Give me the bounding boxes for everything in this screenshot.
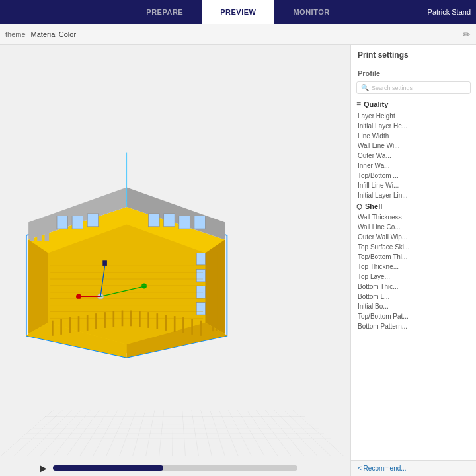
setting-outer-wall[interactable]: Outer Wa...: [351, 151, 476, 161]
svg-rect-52: [102, 260, 107, 266]
svg-rect-12: [149, 214, 160, 227]
svg-rect-9: [57, 216, 68, 229]
nav-tab-prepare[interactable]: PREPARE: [128, 0, 202, 24]
nav-tab-preview[interactable]: PREVIEW: [202, 0, 274, 24]
breadcrumb-bar: theme Material Color ✏: [0, 24, 476, 45]
panel-header: Print settings: [351, 45, 476, 65]
top-nav: PREPARE PREVIEW MONITOR Patrick Stand: [0, 0, 476, 24]
quality-label: Quality: [364, 100, 388, 108]
quality-group-header[interactable]: ≡ Quality: [351, 98, 476, 111]
setting-top-layers[interactable]: Top Laye...: [351, 272, 476, 282]
setting-line-width[interactable]: Line Width: [351, 131, 476, 141]
svg-marker-3: [28, 240, 48, 334]
breadcrumb-theme[interactable]: theme: [5, 30, 26, 38]
setting-wall-line-count[interactable]: Wall Line Co...: [351, 222, 476, 232]
quality-icon: ≡: [356, 100, 361, 109]
search-placeholder: Search settings: [372, 85, 413, 91]
svg-rect-11: [87, 214, 99, 227]
setting-layer-height[interactable]: Layer Height: [351, 111, 476, 121]
setting-bottom-thickness[interactable]: Bottom Thic...: [351, 282, 476, 292]
setting-top-surface-skin[interactable]: Top Surface Ski...: [351, 242, 476, 252]
svg-rect-10: [72, 216, 83, 229]
viewport[interactable]: ▶: [0, 45, 350, 476]
setting-inner-wall[interactable]: Inner Wa...: [351, 161, 476, 171]
svg-rect-14: [179, 216, 190, 229]
setting-initial-layer-height[interactable]: Initial Layer He...: [351, 121, 476, 131]
svg-point-50: [141, 284, 147, 289]
svg-rect-16: [196, 253, 205, 264]
setting-wall-thickness[interactable]: Wall Thickness: [351, 212, 476, 222]
setting-top-thickness[interactable]: Top Thickne...: [351, 262, 476, 272]
recommend-button[interactable]: < Recommend...: [351, 460, 476, 476]
profile-label: Profile: [351, 65, 476, 80]
setting-bottom-pattern[interactable]: Bottom Pattern...: [351, 321, 476, 331]
progress-fill: [53, 465, 163, 471]
setting-bottom-layers[interactable]: Bottom L...: [351, 292, 476, 301]
shell-icon: ⬡: [356, 203, 362, 210]
setting-wall-line-width[interactable]: Wall Line Wi...: [351, 141, 476, 151]
edit-icon[interactable]: ✏: [463, 29, 471, 40]
setting-infill-line[interactable]: Infill Line Wi...: [351, 180, 476, 190]
setting-top-bottom-thickness[interactable]: Top/Bottom Thi...: [351, 252, 476, 262]
setting-top-bottom-pattern[interactable]: Top/Bottom Pat...: [351, 311, 476, 321]
model-svg: [13, 78, 231, 436]
nav-tab-monitor[interactable]: MONITOR: [274, 0, 348, 24]
progress-bar[interactable]: [53, 465, 298, 471]
play-button[interactable]: ▶: [40, 463, 47, 473]
breadcrumb-material-color[interactable]: Material Color: [31, 30, 76, 38]
model-container: [13, 78, 231, 436]
svg-rect-20: [30, 233, 34, 241]
setting-outer-wall-wipe[interactable]: Outer Wall Wip...: [351, 232, 476, 242]
setting-initial-layer-line[interactable]: Initial Layer Lin...: [351, 190, 476, 200]
svg-rect-21: [37, 233, 42, 241]
user-label: Patrick Stand: [428, 8, 471, 16]
svg-rect-15: [194, 216, 206, 229]
setting-initial-bottom[interactable]: Initial Bo...: [351, 301, 476, 311]
shell-group-header[interactable]: ⬡ Shell: [351, 200, 476, 212]
right-panel: Print settings Profile 🔍 Search settings…: [350, 45, 476, 476]
main-area: ▶ Print settings Profile 🔍 Search settin…: [0, 45, 476, 476]
search-icon: 🔍: [361, 84, 369, 91]
settings-list: ≡ Quality Layer Height Initial Layer He.…: [351, 98, 476, 460]
svg-rect-22: [45, 233, 50, 241]
svg-point-48: [76, 294, 81, 299]
svg-rect-13: [164, 214, 175, 227]
shell-label: Shell: [365, 202, 382, 210]
svg-rect-19: [196, 303, 205, 315]
search-box[interactable]: 🔍 Search settings: [356, 81, 471, 94]
svg-marker-4: [205, 240, 225, 334]
setting-top-bottom[interactable]: Top/Bottom ...: [351, 171, 476, 180]
svg-rect-17: [196, 269, 205, 281]
